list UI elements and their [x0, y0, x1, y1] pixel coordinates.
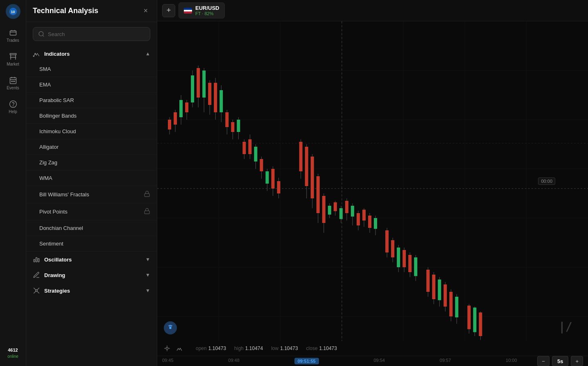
- indicator-item-sma[interactable]: SMA: [26, 61, 157, 77]
- trades-icon: [9, 29, 17, 37]
- indicator-item-donchian-channel[interactable]: Donchian Channel: [26, 221, 157, 236]
- chart-canvas-area[interactable]: 00:00 |/: [157, 21, 588, 341]
- indicator-item-bollinger-bands[interactable]: Bollinger Bands: [26, 108, 157, 124]
- watermark-logo: |/: [559, 318, 583, 335]
- timeframe-value: 5s: [552, 356, 568, 366]
- user-status: online: [7, 354, 18, 359]
- svg-point-11: [35, 53, 36, 54]
- app-logo[interactable]: 10: [6, 4, 20, 19]
- svg-rect-68: [266, 171, 269, 184]
- svg-point-17: [36, 290, 38, 292]
- time-0948: 09:48: [228, 358, 240, 364]
- svg-rect-13: [145, 211, 149, 214]
- svg-point-6: [14, 81, 15, 82]
- time-current: 09:51:55: [294, 358, 319, 364]
- svg-rect-14: [34, 259, 35, 262]
- drawing-icon: [33, 271, 40, 279]
- svg-rect-42: [191, 75, 194, 102]
- svg-rect-44: [197, 68, 200, 98]
- live-broadcast-button[interactable]: [164, 321, 177, 334]
- svg-rect-80: [317, 176, 320, 213]
- indicator-item-alligator[interactable]: Alligator: [26, 139, 157, 155]
- indicators-label: Indicators: [44, 51, 70, 57]
- strategies-section: Strategies ▼: [26, 283, 157, 298]
- strategies-section-header[interactable]: Strategies ▼: [26, 283, 157, 298]
- open-value: 1.10473: [208, 346, 226, 351]
- indicator-item-bill-williams-fractals[interactable]: Bill Williams' Fractals: [26, 186, 157, 203]
- time-0945: 09:45: [162, 358, 174, 364]
- close-button[interactable]: ×: [141, 6, 150, 16]
- close-value: 1.10473: [319, 346, 337, 351]
- technical-analysis-sidebar: Technical Analysis × Indicators ▲ SMAEMA…: [26, 0, 157, 366]
- high-label: high: [234, 346, 244, 351]
- indicator-item-wma[interactable]: WMA: [26, 170, 157, 186]
- indicator-item-sentiment[interactable]: Sentiment: [26, 236, 157, 252]
- market-label: Market: [7, 62, 19, 66]
- indicators-chevron: ▲: [145, 51, 150, 57]
- svg-rect-124: [455, 297, 458, 317]
- ohlc-low: low 1.10473: [271, 346, 298, 351]
- svg-rect-118: [438, 280, 441, 300]
- sidebar-item-events[interactable]: Events: [0, 73, 26, 93]
- indicator-item-parabolic-sar[interactable]: Parabolic SAR: [26, 93, 157, 108]
- svg-rect-130: [479, 312, 482, 336]
- svg-rect-102: [385, 230, 389, 252]
- indicator-label: Donchian Channel: [39, 225, 83, 231]
- sidebar-item-help[interactable]: Help: [0, 97, 26, 117]
- svg-point-9: [39, 32, 43, 36]
- drawing-section: Drawing ▼: [26, 267, 157, 283]
- indicator-item-pivot-points[interactable]: Pivot Points: [26, 203, 157, 221]
- svg-rect-114: [426, 270, 430, 292]
- indicators-list: SMAEMAParabolic SARBollinger BandsIchimo…: [26, 61, 157, 252]
- svg-rect-98: [368, 216, 371, 228]
- svg-rect-96: [362, 210, 366, 221]
- crosshair-tool-button[interactable]: [162, 343, 172, 353]
- low-label: low: [271, 346, 278, 351]
- svg-rect-15: [36, 258, 37, 262]
- svg-rect-34: [168, 120, 171, 130]
- events-label: Events: [7, 86, 19, 90]
- oscillators-section-header[interactable]: Oscillators ▼: [26, 252, 157, 267]
- low-value: 1.10473: [280, 346, 298, 351]
- svg-rect-82: [322, 196, 326, 223]
- svg-rect-116: [432, 275, 435, 299]
- svg-rect-3: [10, 77, 16, 84]
- indicator-item-zig-zag[interactable]: Zig Zag: [26, 155, 157, 170]
- indicator-label: Zig Zag: [39, 159, 57, 166]
- indicator-label: Parabolic SAR: [39, 97, 74, 103]
- indicator-item-ema[interactable]: EMA: [26, 77, 157, 93]
- zoom-in-button[interactable]: +: [571, 356, 583, 366]
- svg-rect-106: [397, 248, 400, 267]
- pair-tab-eurusd[interactable]: EUR/USD FT · 82%: [179, 2, 225, 18]
- indicators-section-header[interactable]: Indicators ▲: [26, 46, 157, 61]
- svg-text:|/: |/: [559, 320, 572, 334]
- svg-rect-88: [339, 208, 343, 219]
- svg-rect-60: [242, 142, 246, 154]
- zoom-out-button[interactable]: −: [537, 356, 550, 366]
- drawing-chevron: ▼: [145, 272, 150, 278]
- svg-text:10: 10: [11, 10, 15, 14]
- indicator-label: WMA: [39, 175, 52, 181]
- time-1000: 10:00: [506, 358, 517, 364]
- svg-rect-92: [351, 206, 354, 216]
- indicator-label: Alligator: [39, 144, 59, 150]
- add-chart-button[interactable]: +: [162, 4, 175, 17]
- svg-point-133: [166, 347, 168, 349]
- indicator-item-ichimoku-cloud[interactable]: Ichimoku Cloud: [26, 124, 157, 139]
- sidebar-item-trades[interactable]: Trades: [0, 25, 26, 46]
- sidebar-item-market[interactable]: Market: [0, 49, 26, 70]
- svg-rect-36: [174, 112, 177, 125]
- svg-rect-94: [357, 213, 360, 225]
- svg-rect-76: [305, 147, 308, 186]
- search-icon: [38, 31, 45, 37]
- drawing-section-header[interactable]: Drawing ▼: [26, 267, 157, 283]
- strategies-label: Strategies: [44, 288, 70, 294]
- svg-rect-122: [449, 292, 452, 316]
- trades-label: Trades: [7, 38, 19, 43]
- search-input[interactable]: [48, 31, 145, 37]
- nav-bottom: 4612 online: [7, 348, 18, 362]
- oscillators-chevron: ▼: [145, 257, 150, 262]
- indicators-tool-button[interactable]: [174, 343, 184, 353]
- svg-rect-62: [248, 139, 251, 154]
- svg-rect-90: [345, 201, 348, 213]
